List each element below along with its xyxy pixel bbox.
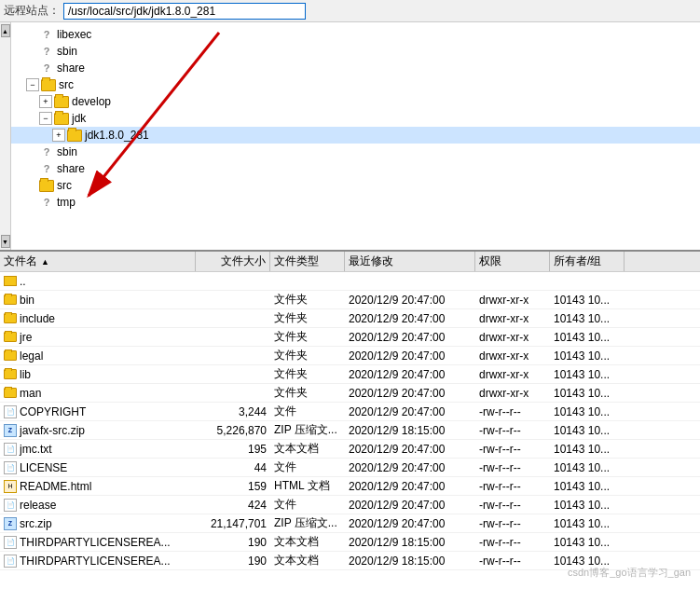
col-header-perm[interactable]: 权限 [475, 252, 550, 271]
file-row[interactable]: Z javafx-src.zip 5,226,870 ZIP 压缩文... 20… [0, 421, 700, 440]
cell-name: Z src.zip [0, 514, 196, 532]
question-icon: ? [39, 161, 54, 176]
tree-item-src[interactable]: − src [11, 76, 700, 93]
cell-perm: -rw-r--r-- [475, 403, 550, 420]
cell-owner: 10143 10... [550, 496, 625, 514]
cell-size: 3,244 [196, 403, 270, 420]
tree-item-share2[interactable]: ? share [11, 160, 700, 177]
cell-perm [475, 272, 550, 290]
cell-size [196, 347, 270, 364]
cell-modified: 2020/12/9 18:15:00 [345, 421, 475, 439]
file-row[interactable]: lib 文件夹 2020/12/9 20:47:00 drwxr-xr-x 10… [0, 365, 700, 384]
tree-item-develop[interactable]: + develop [11, 93, 700, 110]
cell-type: 文本文档 [270, 440, 345, 458]
cell-size [196, 291, 270, 308]
cell-perm: -rw-r--r-- [475, 496, 550, 514]
cell-type: 文本文档 [270, 533, 345, 551]
file-row[interactable]: 📄 release 424 文件 2020/12/9 20:47:00 -rw-… [0, 496, 700, 514]
cell-perm: -rw-r--r-- [475, 477, 550, 495]
file-row[interactable]: bin 文件夹 2020/12/9 20:47:00 drwxr-xr-x 10… [0, 291, 700, 309]
cell-modified: 2020/12/9 20:47:00 [345, 347, 475, 364]
col-header-owner[interactable]: 所有者/组 [550, 252, 625, 271]
zip-icon: Z [4, 424, 17, 437]
expander-src[interactable]: − [26, 78, 39, 91]
tree-item-sbin2[interactable]: ? sbin [11, 144, 700, 160]
file-row[interactable]: man 文件夹 2020/12/9 20:47:00 drwxr-xr-x 10… [0, 384, 700, 403]
remote-label: 远程站点： [4, 3, 60, 19]
col-header-modified[interactable]: 最近修改 [345, 252, 475, 271]
cell-size: 44 [196, 459, 270, 476]
cell-type: 文件夹 [270, 291, 345, 308]
cell-owner: 10143 10... [550, 347, 625, 364]
folder-icon [4, 294, 17, 305]
cell-modified: 2020/12/9 20:47:00 [345, 365, 475, 383]
tree-item-jdk[interactable]: − jdk [11, 110, 700, 127]
cell-modified: 2020/12/9 20:47:00 [345, 291, 475, 308]
cell-size: 159 [196, 477, 270, 495]
file-row[interactable]: 📄 jmc.txt 195 文本文档 2020/12/9 20:47:00 -r… [0, 440, 700, 459]
cell-name: 📄 THIRDPARTYLICENSEREA... [0, 552, 196, 569]
cell-perm: drwxr-xr-x [475, 328, 550, 346]
file-row[interactable]: 📄 COPYRIGHT 3,244 文件 2020/12/9 20:47:00 … [0, 403, 700, 421]
expander-jdk[interactable]: − [39, 112, 52, 125]
col-header-type[interactable]: 文件类型 [270, 252, 345, 271]
folder-icon [4, 369, 17, 379]
file-icon: 📄 [4, 405, 17, 418]
file-row[interactable]: Z src.zip 21,147,701 ZIP 压缩文... 2020/12/… [0, 514, 700, 533]
cell-type: 文件夹 [270, 328, 345, 346]
tree-item-libexec[interactable]: ? libexec [11, 26, 700, 43]
tree-scrollbar-left: ▲ ▼ [0, 22, 11, 250]
cell-owner: 10143 10... [550, 403, 625, 420]
cell-owner: 10143 10... [550, 459, 625, 476]
tree-item-tmp[interactable]: ? tmp [11, 194, 700, 211]
cell-type: HTML 文档 [270, 477, 345, 495]
folder-icon [4, 332, 17, 342]
tree-item-sbin1[interactable]: ? sbin [11, 43, 700, 60]
path-input[interactable] [63, 3, 306, 20]
question-icon: ? [39, 144, 54, 159]
tree-item-share1[interactable]: ? share [11, 60, 700, 76]
file-row[interactable]: legal 文件夹 2020/12/9 20:47:00 drwxr-xr-x … [0, 347, 700, 365]
tree-content[interactable]: ? libexec ? sbin ? share − [11, 22, 700, 250]
cell-modified: 2020/12/9 20:47:00 [345, 384, 475, 402]
file-row[interactable]: include 文件夹 2020/12/9 20:47:00 drwxr-xr-… [0, 309, 700, 328]
cell-owner: 10143 10... [550, 291, 625, 308]
cell-size: 190 [196, 552, 270, 569]
col-header-size[interactable]: 文件大小 [196, 252, 270, 271]
cell-name: .. [0, 272, 196, 290]
tree-item-jdk1.8.0_281[interactable]: + jdk1.8.0_281 [11, 127, 700, 144]
file-row[interactable]: H README.html 159 HTML 文档 2020/12/9 20:4… [0, 477, 700, 496]
col-header-name[interactable]: 文件名 ▲ [0, 252, 196, 271]
tree-item-src2[interactable]: src [11, 177, 700, 194]
expander-jdk281[interactable]: + [52, 129, 65, 142]
cell-owner: 10143 10... [550, 477, 625, 495]
cell-name: include [0, 309, 196, 327]
list-header: 文件名 ▲ 文件大小 文件类型 最近修改 权限 所有者/组 [0, 252, 700, 272]
zip-icon: Z [4, 517, 17, 530]
cell-modified [345, 272, 475, 290]
file-row[interactable]: jre 文件夹 2020/12/9 20:47:00 drwxr-xr-x 10… [0, 328, 700, 347]
cell-modified: 2020/12/9 20:47:00 [345, 459, 475, 476]
cell-perm: -rw-r--r-- [475, 440, 550, 458]
scroll-down-btn[interactable]: ▼ [1, 235, 10, 248]
expander-develop[interactable]: + [39, 95, 52, 108]
cell-name: bin [0, 291, 196, 308]
cell-owner: 10143 10... [550, 440, 625, 458]
file-row[interactable]: 📄 THIRDPARTYLICENSEREA... 190 文本文档 2020/… [0, 533, 700, 552]
cell-name: lib [0, 365, 196, 383]
cell-size [196, 365, 270, 383]
file-row[interactable]: 📄 LICENSE 44 文件 2020/12/9 20:47:00 -rw-r… [0, 459, 700, 477]
cell-perm: -rw-r--r-- [475, 514, 550, 532]
cell-name: H README.html [0, 477, 196, 495]
scroll-up-btn[interactable]: ▲ [1, 24, 10, 37]
cell-perm: drwxr-xr-x [475, 291, 550, 308]
file-list[interactable]: .. bin 文件夹 2020/12/9 20:47:00 drwxr-xr-x… [0, 272, 700, 589]
cell-type: 文件夹 [270, 365, 345, 383]
question-icon: ? [39, 61, 54, 75]
cell-perm: drwxr-xr-x [475, 347, 550, 364]
file-row[interactable]: .. [0, 272, 700, 291]
cell-perm: -rw-r--r-- [475, 533, 550, 551]
cell-perm: -rw-r--r-- [475, 552, 550, 569]
cell-type: 文本文档 [270, 552, 345, 569]
cell-owner: 10143 10... [550, 514, 625, 532]
